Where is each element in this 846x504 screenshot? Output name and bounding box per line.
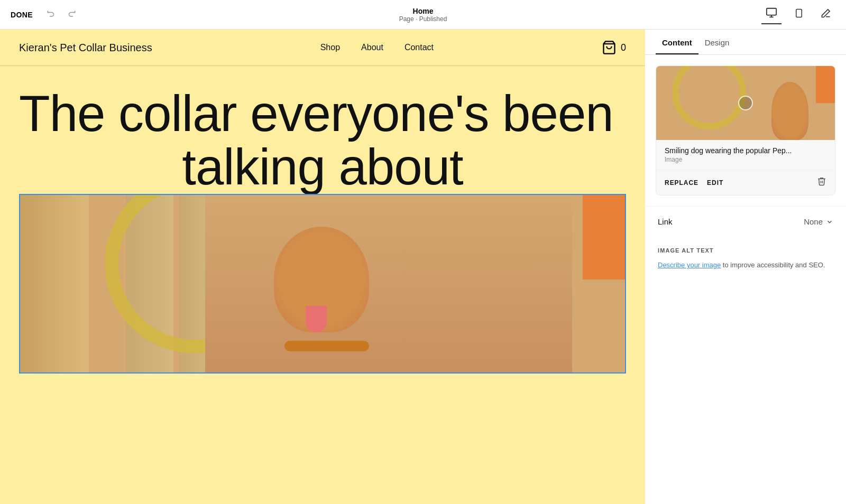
image-thumbnail bbox=[656, 66, 835, 140]
right-panel: Content Design Smiling dog wearing the p… bbox=[645, 30, 846, 504]
topbar-right bbox=[761, 5, 835, 24]
page-status: Page · Published bbox=[399, 15, 447, 23]
alt-text-heading: IMAGE ALT TEXT bbox=[658, 247, 833, 254]
edit-button[interactable]: EDIT bbox=[707, 179, 723, 186]
image-name: Smiling dog wearing the popular Pep... bbox=[665, 146, 826, 155]
nav-shop[interactable]: Shop bbox=[320, 43, 340, 52]
delete-button[interactable] bbox=[817, 176, 826, 189]
trash-icon bbox=[817, 176, 826, 186]
link-value: None bbox=[804, 217, 823, 226]
link-label: Link bbox=[658, 217, 673, 226]
panel-tabs: Content Design bbox=[645, 30, 846, 55]
selected-image-container[interactable] bbox=[19, 194, 626, 374]
site-nav-right: 0 bbox=[602, 40, 626, 55]
website-preview: Kieran's Pet Collar Business Shop About … bbox=[0, 30, 645, 504]
hero-title: The collar everyone's been talking about bbox=[19, 87, 626, 194]
desktop-view-button[interactable] bbox=[761, 5, 781, 24]
alt-text-suffix: to improve accessibility and SEO. bbox=[723, 261, 825, 269]
image-preview-card: Smiling dog wearing the popular Pep... I… bbox=[656, 66, 835, 195]
svg-rect-0 bbox=[767, 8, 776, 15]
undo-redo-group bbox=[43, 6, 79, 23]
alt-text-section: IMAGE ALT TEXT Describe your image to im… bbox=[645, 237, 846, 281]
done-button[interactable]: DONE bbox=[11, 11, 33, 19]
nav-about[interactable]: About bbox=[361, 43, 383, 52]
page-title: Home bbox=[399, 7, 447, 15]
image-action-buttons: REPLACE EDIT bbox=[665, 179, 723, 186]
redo-button[interactable] bbox=[63, 6, 79, 23]
edit-mode-button[interactable] bbox=[816, 6, 835, 23]
replace-button[interactable]: REPLACE bbox=[665, 179, 698, 186]
link-section: Link None bbox=[645, 206, 846, 237]
image-type: Image bbox=[665, 156, 826, 163]
cart-icon[interactable] bbox=[602, 40, 617, 55]
tab-design[interactable]: Design bbox=[698, 30, 736, 54]
site-nav-links: Shop About Contact bbox=[320, 43, 434, 52]
alt-text-link[interactable]: Describe your image bbox=[658, 261, 721, 269]
site-hero: The collar everyone's been talking about bbox=[0, 66, 645, 194]
topbar: DONE Home Page · Published bbox=[0, 0, 846, 30]
link-row: Link None bbox=[658, 217, 833, 226]
cart-count: 0 bbox=[621, 42, 626, 53]
nav-contact[interactable]: Contact bbox=[404, 43, 434, 52]
chevron-down-icon bbox=[826, 218, 833, 226]
undo-button[interactable] bbox=[43, 6, 59, 23]
preview-area: Kieran's Pet Collar Business Shop About … bbox=[0, 30, 846, 504]
hero-title-line2: talking about bbox=[19, 141, 626, 194]
mobile-view-button[interactable] bbox=[790, 5, 808, 24]
topbar-left: DONE bbox=[11, 6, 79, 23]
image-info: Smiling dog wearing the popular Pep... I… bbox=[656, 140, 835, 170]
link-value-selector[interactable]: None bbox=[804, 217, 833, 226]
site-brand: Kieran's Pet Collar Business bbox=[19, 42, 152, 54]
tab-content[interactable]: Content bbox=[656, 30, 698, 54]
alt-text-description: Describe your image to improve accessibi… bbox=[658, 260, 833, 270]
image-actions: REPLACE EDIT bbox=[656, 170, 835, 195]
site-nav: Kieran's Pet Collar Business Shop About … bbox=[0, 30, 645, 66]
dog-image bbox=[20, 195, 625, 372]
topbar-center: Home Page · Published bbox=[399, 7, 447, 23]
hero-title-line1: The collar everyone's been bbox=[19, 87, 626, 141]
image-center-indicator bbox=[738, 96, 753, 110]
